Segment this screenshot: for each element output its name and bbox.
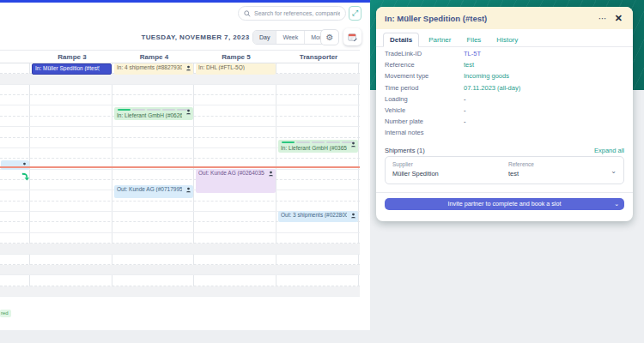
- person-icon: [185, 187, 191, 194]
- field-row: Movement typeIncoming goods: [385, 70, 624, 81]
- event-label: In: DHL (#FTL-5Q): [198, 64, 245, 70]
- field-label: TradeLink-ID: [385, 50, 464, 57]
- time-slot-row: [0, 127, 360, 137]
- event-label: Out: Kunde AG (#02640354): [198, 170, 264, 176]
- field-row: Vehicle-: [385, 105, 624, 116]
- field-value: -: [464, 106, 466, 114]
- time-slot-row: [0, 85, 360, 95]
- calendar-event[interactable]: In: Lieferant GmbH (#062655512): [114, 107, 193, 120]
- status-chip: red: [0, 310, 11, 317]
- shipments-header-row: Shipments (1) Expand all: [385, 147, 624, 154]
- person-icon: [185, 65, 191, 72]
- panel-divider: [376, 192, 633, 193]
- shipments-count-label: Shipments (1): [385, 147, 594, 154]
- field-row: Time period07.11.2023 (all-day): [385, 82, 624, 93]
- panel-header: In: Müller Spedition (#test) ⋯ ✕: [376, 7, 633, 29]
- calendar-grid: Rampe 3Rampe 4Rampe 5TransporterIn: Müll…: [0, 50, 360, 296]
- calendar-edit-icon: [348, 33, 357, 42]
- expand-all-link[interactable]: Expand all: [594, 147, 624, 154]
- tab-details[interactable]: Details: [383, 33, 419, 47]
- field-row: Loading-: [385, 93, 624, 105]
- detail-fields: TradeLink-IDTL-5TReferencetestMovement t…: [385, 48, 624, 139]
- gear-icon: ⚙: [326, 33, 334, 42]
- event-label: In: Müller Spedition (#test): [35, 65, 100, 71]
- event-label: Out: Kunde AG (#0717995): [117, 186, 182, 192]
- field-row: Referencetest: [385, 59, 624, 70]
- time-slot-row: [0, 265, 360, 275]
- person-icon: [350, 213, 356, 220]
- chevron-down-icon[interactable]: ⌄: [611, 167, 617, 175]
- column-header-rampe-3: Rampe 3: [31, 51, 113, 63]
- calendar-event[interactable]: In: Lieferant GmbH (#03655430): [278, 140, 358, 153]
- time-slot-row: [0, 74, 360, 84]
- field-label: Reference: [385, 61, 464, 69]
- event-label: In: Lieferant GmbH (#062655512): [117, 112, 182, 118]
- supplier-label: Supplier: [392, 161, 439, 167]
- field-value: -: [464, 117, 466, 125]
- time-slot-row: [0, 286, 360, 297]
- field-label: Loading: [385, 95, 464, 103]
- top-accent-bar: [0, 0, 370, 3]
- expand-search-button[interactable]: ⤢: [349, 6, 361, 21]
- person-icon: [350, 141, 356, 148]
- invite-partner-button[interactable]: Invite partner to complete and book a sl…: [385, 198, 624, 210]
- search-box[interactable]: [238, 6, 346, 21]
- event-label: In: Lieferant GmbH (#03655430): [281, 145, 347, 151]
- field-label: Time period: [385, 84, 464, 92]
- calendar-event[interactable]: Out: 3 shipments (#0228009, #0232079, #0…: [278, 211, 358, 222]
- field-label: Vehicle: [385, 106, 464, 114]
- calendar-event[interactable]: In: 4 shipments (#88279306, #04010…: [114, 63, 193, 75]
- page-root: ⤢ TUESDAY, NOVEMBER 7, 2023 DayWeekMonth…: [0, 0, 644, 343]
- shipment-supplier: Supplier Müller Spedition: [392, 161, 439, 178]
- field-label: Movement type: [385, 72, 464, 80]
- tab-history[interactable]: History: [490, 33, 524, 46]
- invite-caret-icon[interactable]: ⌄: [614, 201, 619, 208]
- calendar-app-card: ⤢ TUESDAY, NOVEMBER 7, 2023 DayWeekMonth…: [0, 0, 370, 330]
- calendar-event[interactable]: In: DHL (#FTL-5Q): [196, 63, 276, 75]
- shipment-reference: Reference test: [508, 161, 534, 178]
- person-icon: [268, 171, 274, 178]
- search-input[interactable]: [254, 10, 340, 16]
- calendar-event[interactable]: Out: Kunde AG (#0717995): [114, 185, 193, 198]
- time-slot-row: [0, 95, 360, 105]
- calendar-event[interactable]: Out: Kunde AG (#02640354): [196, 169, 276, 193]
- tab-files[interactable]: Files: [460, 33, 487, 46]
- field-row: TradeLink-IDTL-5T: [385, 48, 624, 59]
- panel-title: In: Müller Spedition (#test): [385, 14, 593, 23]
- expand-arrows-icon: ⤢: [352, 9, 358, 17]
- view-day-button[interactable]: Day: [253, 31, 276, 44]
- calendar-event[interactable]: In: Müller Spedition (#test): [32, 63, 112, 75]
- column-header-rampe-4: Rampe 4: [113, 51, 195, 63]
- calendar-edit-button[interactable]: [343, 28, 361, 45]
- reference-value: test: [508, 170, 534, 178]
- field-row: Number plate-: [385, 116, 624, 127]
- search-icon: [244, 10, 251, 17]
- event-label: In: 4 shipments (#88279306, #04010…: [117, 64, 182, 70]
- view-week-button[interactable]: Week: [276, 31, 304, 44]
- checkin-arrow-icon: [21, 169, 30, 184]
- event-progress-bar: [118, 109, 190, 111]
- field-value: TL-5T: [464, 50, 481, 57]
- event-progress-bar: [282, 141, 355, 143]
- field-label: Number plate: [385, 117, 464, 125]
- field-row: Internal notes: [385, 127, 624, 138]
- field-value: test: [464, 61, 474, 69]
- time-slot-row: [0, 275, 360, 286]
- settings-button[interactable]: ⚙: [320, 29, 339, 45]
- time-slot-row: [0, 222, 360, 232]
- time-slot-row: [0, 233, 360, 244]
- shipment-card[interactable]: Supplier Müller Spedition Reference test…: [385, 156, 624, 184]
- time-slot-row: [0, 255, 360, 265]
- reference-label: Reference: [508, 161, 534, 167]
- close-icon[interactable]: ✕: [613, 13, 624, 24]
- more-options-icon[interactable]: ⋯: [593, 14, 613, 23]
- field-value: Incoming goods: [464, 72, 509, 80]
- current-time-line: [0, 166, 360, 168]
- field-value: -: [464, 95, 466, 103]
- person-icon: [185, 109, 191, 116]
- column-header-transporter: Transporter: [277, 51, 360, 63]
- column-header-gutter: [0, 51, 31, 63]
- tab-partner[interactable]: Partner: [422, 33, 457, 46]
- time-slot-row: [0, 170, 360, 180]
- supplier-value: Müller Spedition: [392, 170, 439, 178]
